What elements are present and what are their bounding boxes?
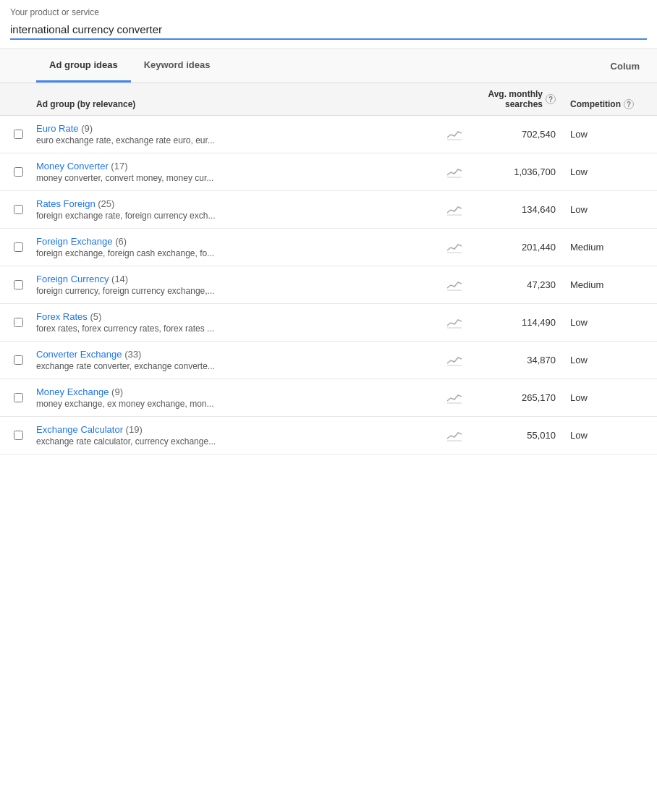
row-title-link-8[interactable]: Exchange Calculator [36,424,123,435]
row-checkbox-1[interactable] [0,167,36,177]
row-competition-6: Low [563,355,657,365]
row-competition-7: Low [563,392,657,403]
row-title-link-1[interactable]: Money Converter [36,161,109,172]
row-searches-3: 201,440 [469,242,563,253]
row-checkbox-7[interactable] [0,393,36,402]
row-searches-7: 265,170 [469,392,563,403]
row-content-2: Rates Foreign (25) foreign exchange rate… [36,198,440,221]
row-content-5: Forex Rates (5) forex rates, forex curre… [36,311,440,334]
row-competition-0: Low [563,129,657,140]
row-searches-5: 114,490 [469,317,563,328]
row-chart-icon-2[interactable] [440,204,469,216]
row-keywords-6: exchange rate converter, exchange conver… [36,361,440,371]
col-searches-header: Avg. monthlysearches ? [469,89,563,109]
tabs-bar: Ad group ideas Keyword ideas Colum [0,49,657,83]
row-chart-icon-8[interactable] [440,430,469,441]
row-title-link-4[interactable]: Foreign Currency [36,274,109,284]
row-count-2: (25) [98,198,114,209]
col-competition-header: Competition ? [563,99,657,109]
row-keywords-1: money converter, convert money, money cu… [36,173,440,183]
row-checkbox-4[interactable] [0,280,36,289]
row-keywords-0: euro exchange rate, exchange rate euro, … [36,135,440,145]
row-checkbox-2[interactable] [0,205,36,214]
tab-ad-group-ideas[interactable]: Ad group ideas [36,49,131,83]
product-service-input[interactable] [10,20,647,40]
row-chart-icon-5[interactable] [440,317,469,329]
row-keywords-3: foreign exchange, foreign cash exchange,… [36,248,440,258]
row-title-link-2[interactable]: Rates Foreign [36,198,96,209]
row-searches-1: 1,036,700 [469,166,563,177]
row-chart-icon-6[interactable] [440,355,469,366]
row-title-3: Foreign Exchange (6) [36,236,440,247]
row-keywords-4: foreign currency, foreign currency excha… [36,286,440,296]
checkbox-0[interactable] [14,130,23,139]
searches-help-icon[interactable]: ? [546,94,556,104]
row-checkbox-3[interactable] [0,242,36,252]
row-checkbox-8[interactable] [0,431,36,440]
table-row: Money Converter (17) money converter, co… [0,153,657,191]
row-title-1: Money Converter (17) [36,161,440,172]
row-title-link-5[interactable]: Forex Rates [36,311,88,322]
row-title-link-3[interactable]: Foreign Exchange [36,236,113,247]
checkbox-4[interactable] [14,280,23,289]
row-keywords-5: forex rates, forex currency rates, forex… [36,323,440,334]
row-keywords-2: foreign exchange rate, foreign currency … [36,211,440,221]
table-row: Money Exchange (9) money exchange, ex mo… [0,379,657,417]
row-count-7: (9) [111,386,123,397]
row-content-3: Foreign Exchange (6) foreign exchange, f… [36,236,440,258]
row-content-4: Foreign Currency (14) foreign currency, … [36,274,440,296]
row-title-7: Money Exchange (9) [36,386,440,397]
row-count-3: (6) [115,236,127,247]
row-count-8: (19) [126,424,143,435]
row-title-link-7[interactable]: Money Exchange [36,386,109,397]
competition-help-icon[interactable]: ? [624,99,634,109]
row-content-1: Money Converter (17) money converter, co… [36,161,440,183]
col-searches-label: Avg. monthlysearches [488,89,543,109]
row-title-link-0[interactable]: Euro Rate [36,123,79,134]
row-checkbox-5[interactable] [0,318,36,327]
tab-keyword-ideas[interactable]: Keyword ideas [131,49,224,83]
table-row: Foreign Exchange (6) foreign exchange, f… [0,229,657,266]
row-title-2: Rates Foreign (25) [36,198,440,209]
row-searches-2: 134,640 [469,204,563,215]
table-row: Rates Foreign (25) foreign exchange rate… [0,191,657,229]
checkbox-2[interactable] [14,205,23,214]
row-count-4: (14) [111,274,128,284]
row-chart-icon-1[interactable] [440,166,469,178]
row-content-8: Exchange Calculator (19) exchange rate c… [36,424,440,447]
row-searches-8: 55,010 [469,430,563,441]
row-competition-4: Medium [563,279,657,290]
row-count-0: (9) [81,123,93,134]
row-competition-1: Low [563,166,657,177]
row-keywords-8: exchange rate calculator, currency excha… [36,436,440,447]
row-competition-5: Low [563,317,657,328]
checkbox-3[interactable] [14,242,23,252]
row-searches-6: 34,870 [469,355,563,365]
checkbox-5[interactable] [14,318,23,327]
row-checkbox-6[interactable] [0,355,36,365]
row-title-6: Converter Exchange (33) [36,349,440,360]
checkbox-7[interactable] [14,393,23,402]
table-row: Foreign Currency (14) foreign currency, … [0,266,657,304]
row-searches-0: 702,540 [469,129,563,140]
columns-button[interactable]: Colum [601,55,650,77]
row-count-1: (17) [111,161,127,172]
row-chart-icon-7[interactable] [440,392,469,404]
row-checkbox-0[interactable] [0,130,36,139]
checkbox-8[interactable] [14,431,23,440]
checkbox-6[interactable] [14,355,23,365]
row-title-8: Exchange Calculator (19) [36,424,440,435]
checkbox-1[interactable] [14,167,23,177]
row-chart-icon-0[interactable] [440,129,469,140]
row-keywords-7: money exchange, ex money exchange, mon..… [36,399,440,409]
table-container: Ad group (by relevance) Avg. monthlysear… [0,83,657,454]
row-searches-4: 47,230 [469,279,563,290]
row-content-0: Euro Rate (9) euro exchange rate, exchan… [36,123,440,145]
row-title-link-6[interactable]: Converter Exchange [36,349,122,360]
table-row: Exchange Calculator (19) exchange rate c… [0,417,657,454]
top-section: Your product or service [0,0,657,49]
tabs-left: Ad group ideas Keyword ideas [36,49,223,83]
input-label: Your product or service [10,7,647,17]
row-chart-icon-4[interactable] [440,279,469,291]
row-chart-icon-3[interactable] [440,242,469,253]
